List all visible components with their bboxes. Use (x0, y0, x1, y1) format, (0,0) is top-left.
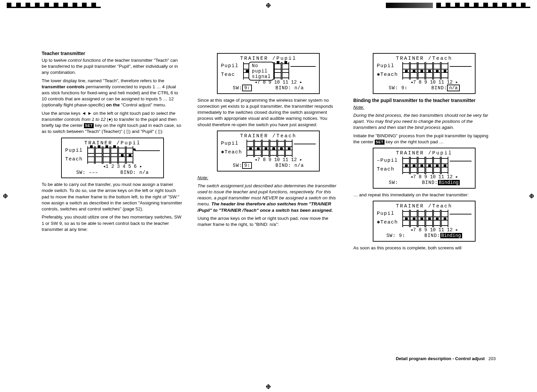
lcd-screen-1: TRAINER /Pupil Pupil Teach ◂1 2 3 4 5 6 … (61, 138, 164, 179)
lcd-bind: BIND:n/a (431, 85, 459, 91)
switch-row-icon (402, 157, 448, 165)
lcd-row-label: –Pupil (377, 158, 402, 164)
para: During the bind process, the two transmi… (353, 112, 495, 131)
lcd-sw-box: 9↕ (242, 85, 252, 91)
lcd-title: TRAINER /Pupil (221, 56, 316, 62)
text: key on the right touch pad … (385, 139, 444, 144)
text: signal (252, 74, 271, 79)
para: Preferably, you should utilize one of th… (42, 214, 183, 233)
lcd-bind: BIND: n/a (275, 163, 304, 169)
lcd-row-label: ✱Teach (377, 219, 402, 226)
footer-text: Detail program description - Control adj… (396, 356, 485, 361)
lcd-screen-6: TRAINER /Teach Pupil ✱Teach ◂7 8 9 10 11… (373, 201, 476, 242)
para: The lower display line, named "Teach", t… (42, 78, 183, 108)
lcd-title: TRAINER /Pupil (65, 140, 160, 147)
lcd-sw: SW: 9↕ (389, 85, 407, 91)
lcd-screen-4: TRAINER /Teach Pupil ✱Teach ◂7 8 9 10 11… (373, 53, 476, 94)
para: Initiate the "BINDING" process from the … (353, 133, 495, 145)
lcd-sw-box: 9↕ (242, 162, 252, 169)
lcd-row-label: Pupil (221, 63, 243, 69)
switch-row-icon (247, 148, 293, 157)
switch-row-icon (402, 210, 448, 218)
switch-row-icon (402, 165, 448, 174)
lcd-title: TRAINER /Teach (377, 56, 472, 62)
lcd-row-label: Pupil (377, 211, 402, 217)
lcd-sw: SW: 9↕ (386, 233, 405, 239)
column-1: Teacher transmitter Up to twelve control… (42, 50, 183, 253)
lcd-row-label: Teach (65, 156, 87, 163)
lcd-row-label: ✱Teach (221, 149, 247, 156)
para: Since at this stage of programming the w… (197, 97, 339, 128)
lcd-sw: SW:9↕ (233, 85, 252, 91)
lcd-numbers: ◂1 2 3 4 5 6 ▸ (65, 164, 160, 170)
switch-row-icon (247, 140, 293, 148)
switch-row-icon (402, 218, 448, 227)
para: Up to twelve control functions of the te… (42, 57, 183, 76)
text: The lower display line, named "Teach", t… (42, 78, 164, 83)
lcd-title: TRAINER /Pupil (377, 150, 472, 157)
switch-row-icon (87, 146, 133, 155)
lcd-screen-3: TRAINER /Teach Pupil ✱Teach ◂7 8 9 10 11… (217, 131, 320, 172)
lcd-numbers: ◂7 8 9 10 11 12 ▸ (221, 157, 316, 163)
no-pupil-signal-popup: No pupil signal (249, 62, 274, 81)
lcd-row-label: Pupil (221, 141, 247, 147)
text: No (252, 63, 271, 68)
text: transmitter controls (42, 84, 85, 89)
heading-binding: Binding the pupil transmitter to the tea… (353, 97, 495, 104)
note-label: Note: (353, 104, 495, 110)
lcd-sw: SW: ––– (76, 170, 98, 176)
lcd-bind: BIND: n/a (275, 85, 304, 91)
crosshair-icon (528, 193, 535, 199)
text: Use the arrow keys ◄ ► on the left or ri… (42, 111, 151, 116)
text: on the (106, 102, 120, 107)
column-2: TRAINER /Pupil Pupil Teac ◂7 8 9 10 11 1… (197, 50, 339, 253)
crosshair-icon (265, 383, 272, 390)
lcd-title: TRAINER /Teach (377, 203, 472, 210)
lcd-bind: BIND:Binding (422, 180, 460, 186)
marker-dot-icon (133, 147, 136, 153)
text: The header line therefore also switches … (197, 201, 333, 212)
text: Up to twelve (42, 58, 68, 63)
page-number: 203 (488, 356, 496, 361)
para: To be able to carry out the transfer, yo… (42, 182, 183, 212)
lcd-screen-5: TRAINER /Pupil –Pupil Teach ◂7 8 9 10 11… (373, 148, 476, 189)
para: … and repeat this immediately on the tea… (353, 192, 495, 198)
lcd-binding-inv: Binding (440, 233, 462, 238)
switch-row-icon (402, 71, 448, 80)
lcd-bind: BIND: n/a (120, 170, 149, 176)
lcd-row-label: Pupil (65, 148, 87, 154)
lcd-row-label: Pupil (377, 63, 402, 69)
page-content: Teacher transmitter Up to twelve control… (42, 50, 496, 253)
para: Using the arrow keys on the left or righ… (197, 215, 339, 228)
lcd-row-label: Teac (221, 72, 243, 78)
lcd-sw: SW: (389, 180, 398, 186)
text: control functions (68, 58, 101, 63)
lcd-binding-inv: Binding (438, 180, 460, 185)
text: "Control adjust" menu. (120, 102, 166, 107)
set-key-icon: SET (375, 140, 385, 145)
lcd-sw: SW:9↕ (233, 163, 252, 169)
set-key-icon: SET (84, 123, 94, 128)
note-label: Note: (197, 175, 339, 181)
crosshair-icon (265, 2, 272, 9)
lcd-numbers: ◂7 8 9 10 11 12 ▸ (377, 227, 472, 233)
lcd-screen-2: TRAINER /Pupil Pupil Teac ◂7 8 9 10 11 1… (217, 53, 320, 94)
para: The switch assignment just described als… (197, 183, 339, 213)
lcd-bind: BIND:Binding (424, 233, 462, 239)
lcd-title: TRAINER /Teach (221, 133, 316, 140)
para: As soon as this process is complete, bot… (353, 245, 495, 251)
lcd-row-label: Teach (377, 166, 402, 173)
lcd-bind-box: n/a (447, 85, 459, 91)
para: Use the arrow keys ◄ ► on the left or ri… (42, 110, 183, 135)
lcd-row-label: ✱Teach (377, 72, 402, 78)
column-3: TRAINER /Teach Pupil ✱Teach ◂7 8 9 10 11… (353, 50, 495, 253)
lcd-numbers: ◂7 8 9 10 11 12 ▸ (377, 174, 472, 180)
switch-row-icon (402, 62, 448, 71)
text: pupil (252, 68, 271, 74)
switch-row-icon (87, 155, 133, 164)
heading-teacher-transmitter: Teacher transmitter (42, 50, 183, 57)
crosshair-icon (2, 193, 9, 199)
page-footer: Detail program description - Control adj… (42, 356, 496, 362)
